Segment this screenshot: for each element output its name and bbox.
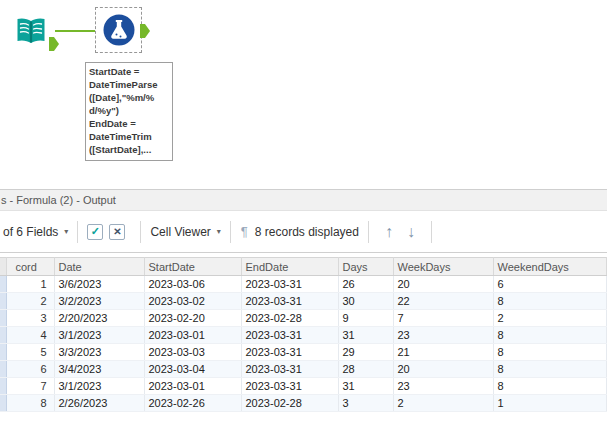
table-row: 73/1/20232023-03-012023-03-3131238 <box>0 378 607 395</box>
cell-EndDate[interactable]: 2023-03-31 <box>241 276 338 293</box>
cell-WeekDays[interactable]: 23 <box>393 378 493 395</box>
cell-WeekendDays[interactable]: 6 <box>493 276 607 293</box>
toolbar-separator <box>77 221 78 243</box>
toolbar-separator <box>140 221 141 243</box>
cell-WeekDays[interactable]: 22 <box>393 293 493 310</box>
column-header-StartDate[interactable]: StartDate <box>144 258 241 276</box>
arrow-down-icon[interactable]: ↓ <box>407 224 415 240</box>
cell-WeekDays[interactable]: 20 <box>393 276 493 293</box>
output-anchor-icon[interactable] <box>140 24 150 38</box>
toolbar-separator <box>368 221 369 243</box>
cross-glyph: ✕ <box>113 227 121 237</box>
workflow-canvas[interactable]: StartDate = DateTimeParse ([Date],"%m/% … <box>0 0 607 189</box>
cell-Days[interactable]: 29 <box>338 344 393 361</box>
column-header-Date[interactable]: Date <box>54 258 144 276</box>
cell-WeekendDays[interactable]: 8 <box>493 327 607 344</box>
cell-Days[interactable]: 31 <box>338 378 393 395</box>
cell-Date[interactable]: 2/20/2023 <box>54 310 144 327</box>
cell-WeekDays[interactable]: 23 <box>393 327 493 344</box>
cell-StartDate[interactable]: 2023-03-01 <box>144 378 241 395</box>
table-row: 53/3/20232023-03-032023-03-3129218 <box>0 344 607 361</box>
cell-WeekendDays[interactable]: 8 <box>493 378 607 395</box>
cell-Days[interactable]: 9 <box>338 310 393 327</box>
cell-WeekendDays[interactable]: 8 <box>493 344 607 361</box>
cell-Days[interactable]: 26 <box>338 276 393 293</box>
cell-viewer-label: Cell Viewer <box>150 225 210 239</box>
cell-cord[interactable]: 2 <box>6 293 54 310</box>
output-anchor-icon[interactable] <box>49 37 59 51</box>
fields-selector-label: of 6 Fields <box>3 225 58 239</box>
tool-annotation[interactable]: StartDate = DateTimeParse ([Date],"%m/% … <box>85 62 173 161</box>
results-pane-header: s - Formula (2) - Output <box>0 189 607 211</box>
cell-EndDate[interactable]: 2023-02-28 <box>241 395 338 412</box>
formula-tool[interactable] <box>95 7 142 53</box>
cell-EndDate[interactable]: 2023-03-31 <box>241 293 338 310</box>
cross-box-icon[interactable]: ✕ <box>109 224 125 240</box>
cell-Days[interactable]: 3 <box>338 395 393 412</box>
cell-EndDate[interactable]: 2023-03-31 <box>241 378 338 395</box>
formula-tool-icon <box>100 11 138 49</box>
column-header-Days[interactable]: Days <box>338 258 393 276</box>
table-row: 13/6/20232023-03-062023-03-3126206 <box>0 276 607 293</box>
cell-WeekendDays[interactable]: 2 <box>493 310 607 327</box>
pilcrow-icon: ¶ <box>241 224 248 239</box>
cell-StartDate[interactable]: 2023-03-06 <box>144 276 241 293</box>
cell-Date[interactable]: 3/2/2023 <box>54 293 144 310</box>
cell-viewer-dropdown[interactable]: Cell Viewer ▾ <box>150 225 220 239</box>
cell-cord[interactable]: 6 <box>6 361 54 378</box>
cell-WeekDays[interactable]: 21 <box>393 344 493 361</box>
cell-Date[interactable]: 3/3/2023 <box>54 344 144 361</box>
cell-WeekDays[interactable]: 2 <box>393 395 493 412</box>
cell-StartDate[interactable]: 2023-03-02 <box>144 293 241 310</box>
cell-cord[interactable]: 3 <box>6 310 54 327</box>
cell-Days[interactable]: 31 <box>338 327 393 344</box>
records-displayed-text: 8 records displayed <box>255 225 359 239</box>
cell-cord[interactable]: 4 <box>6 327 54 344</box>
toolbar-separator <box>431 221 432 243</box>
cell-StartDate[interactable]: 2023-03-01 <box>144 327 241 344</box>
table-row: 82/26/20232023-02-262023-02-28321 <box>0 395 607 412</box>
cell-WeekendDays[interactable]: 8 <box>493 293 607 310</box>
cell-WeekDays[interactable]: 7 <box>393 310 493 327</box>
cell-WeekendDays[interactable]: 1 <box>493 395 607 412</box>
table-row: 23/2/20232023-03-022023-03-3130228 <box>0 293 607 310</box>
table-row: 43/1/20232023-03-012023-03-3131238 <box>0 327 607 344</box>
cell-StartDate[interactable]: 2023-02-26 <box>144 395 241 412</box>
cell-Date[interactable]: 3/1/2023 <box>54 378 144 395</box>
column-header-cord[interactable]: cord <box>6 258 54 276</box>
cell-cord[interactable]: 7 <box>6 378 54 395</box>
results-grid: cordDateStartDateEndDateDaysWeekDaysWeek… <box>0 257 607 412</box>
alteryx-designer-window: StartDate = DateTimeParse ([Date],"%m/% … <box>0 0 607 432</box>
cell-WeekDays[interactable]: 20 <box>393 361 493 378</box>
connection-line <box>55 30 96 32</box>
checkmark-box-icon[interactable]: ✓ <box>87 224 103 240</box>
cell-Date[interactable]: 2/26/2023 <box>54 395 144 412</box>
cell-Days[interactable]: 28 <box>338 361 393 378</box>
arrow-up-icon[interactable]: ↑ <box>385 224 393 240</box>
column-header-WeekendDays[interactable]: WeekendDays <box>493 258 607 276</box>
column-header-WeekDays[interactable]: WeekDays <box>393 258 493 276</box>
column-header-EndDate[interactable]: EndDate <box>241 258 338 276</box>
table-header-row: cordDateStartDateEndDateDaysWeekDaysWeek… <box>0 258 607 276</box>
cell-Days[interactable]: 30 <box>338 293 393 310</box>
cell-StartDate[interactable]: 2023-03-03 <box>144 344 241 361</box>
cell-Date[interactable]: 3/4/2023 <box>54 361 144 378</box>
cell-EndDate[interactable]: 2023-03-31 <box>241 344 338 361</box>
cell-cord[interactable]: 5 <box>6 344 54 361</box>
text-input-tool[interactable] <box>13 13 49 49</box>
cell-WeekendDays[interactable]: 8 <box>493 361 607 378</box>
cell-StartDate[interactable]: 2023-03-04 <box>144 361 241 378</box>
cell-Date[interactable]: 3/1/2023 <box>54 327 144 344</box>
cell-EndDate[interactable]: 2023-03-31 <box>241 327 338 344</box>
table-row: 32/20/20232023-02-202023-02-28972 <box>0 310 607 327</box>
cell-StartDate[interactable]: 2023-02-20 <box>144 310 241 327</box>
chevron-down-icon: ▾ <box>217 228 221 236</box>
fields-selector-dropdown[interactable]: of 6 Fields ▾ <box>3 225 68 239</box>
cell-EndDate[interactable]: 2023-02-28 <box>241 310 338 327</box>
chevron-down-icon: ▾ <box>64 228 68 236</box>
cell-Date[interactable]: 3/6/2023 <box>54 276 144 293</box>
cell-cord[interactable]: 1 <box>6 276 54 293</box>
cell-EndDate[interactable]: 2023-03-31 <box>241 361 338 378</box>
cell-cord[interactable]: 8 <box>6 395 54 412</box>
results-toolbar: of 6 Fields ▾ ✓ ✕ Cell Viewer ▾ ¶ 8 reco… <box>0 211 607 253</box>
